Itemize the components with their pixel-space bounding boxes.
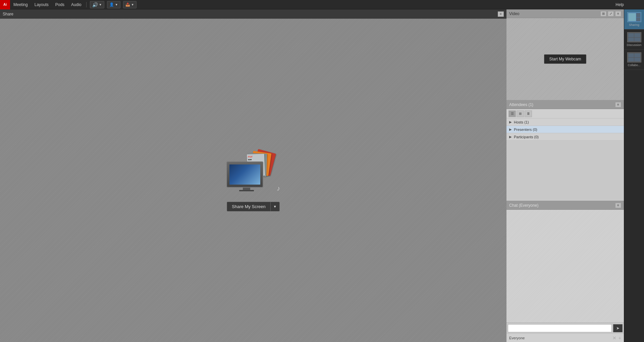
chat-title-group: Chat (Everyone) [509,203,538,208]
share-toolbar-icon: 📤 [125,2,130,7]
chat-footer-icon2[interactable]: + [619,335,621,341]
discussion-layout-thumb [627,32,641,42]
chat-footer-icons: ✕ + [612,335,621,341]
menu-bar: Ai Meeting Layouts Pods Audio 🔊 ▼ 👤 ▼ 📤 … [0,0,644,9]
video-panel-header-icons: ⊞ ⤢ ≡ [600,11,621,16]
right-sidebar: Sharing Discussion [624,9,644,342]
chat-panel: Chat (Everyone) ≡ ➤ Everyone ✕ + [506,201,624,342]
attendees-menu-icon[interactable]: ≡ [615,102,621,107]
thumb-main-area [628,13,636,21]
attendees-panel: Attendees (1) ≡ ☰ ⊞ ≣ ▶ Hosts (1) ▶ [506,100,624,201]
main-container: Share ≡ PDF■■■■■■■■ [0,9,644,342]
attendees-title-group: Attendees (1) [509,102,533,107]
share-toolbar-button[interactable]: 📤 ▼ [123,1,137,8]
attendees-toolbar: ☰ ⊞ ≣ [506,109,624,118]
share-panel-menu-icon[interactable]: ≡ [498,11,504,17]
video-content: Start My Webcam [506,18,624,100]
share-dropdown-arrow: ▼ [131,3,134,6]
share-my-screen-label[interactable]: Share My Screen [227,202,270,211]
attendees-presenters-group[interactable]: ▶ Presenters (0) [506,126,624,133]
toolbar-camera-group: 👤 ▼ [106,0,121,9]
menu-separator [86,2,87,7]
chat-footer: Everyone ✕ + [506,333,624,342]
sidebar-discussion-label: Discussion [627,43,642,47]
collab-layout-thumb [627,52,641,62]
video-panel-title: Video [509,11,519,16]
participants-group-arrow: ▶ [509,135,512,139]
chat-messages-area [506,210,624,323]
sidebar-layout-discussion[interactable]: Discussion [624,30,644,50]
audio-button[interactable]: 🔊 ▼ [90,1,104,8]
thumb-side2 [636,17,640,21]
music-note-icon: ♪ [277,185,280,192]
share-content: PDF■■■■■■■■ ♪ Share My Screen [0,19,506,342]
toolbar-audio-group: 🔊 ▼ [89,0,105,9]
chat-panel-header: Chat (Everyone) ≡ [506,201,624,210]
menu-audio[interactable]: Audio [68,0,85,9]
help-button[interactable]: Help [615,2,624,7]
thumb-side1 [636,13,640,17]
thumb-disc2 [634,33,640,37]
attendees-header-icons: ≡ [615,102,621,107]
camera-button[interactable]: 👤 ▼ [107,1,120,8]
video-grid-icon[interactable]: ⊞ [600,11,606,16]
video-expand-icon[interactable]: ⤢ [608,11,614,16]
thumb-disc4 [634,38,640,42]
video-panel-header: Video ⊞ ⤢ ≡ [506,9,624,18]
share-header: Share ≡ [0,9,506,19]
camera-dropdown-arrow: ▼ [115,3,118,6]
attendees-list: ▶ Hosts (1) ▶ Presenters (0) ▶ Participa… [506,118,624,201]
chat-everyone-label: Everyone [509,336,525,340]
camera-icon: 👤 [109,2,114,7]
menu-meeting[interactable]: Meeting [10,0,31,9]
share-panel: Share ≡ PDF■■■■■■■■ [0,9,506,342]
sidebar-layout-collab[interactable]: Collabo... [624,50,644,70]
sharing-thumb-grid [628,12,641,22]
sharing-layout-thumb [627,12,641,22]
sidebar-layout-sharing[interactable]: Sharing [624,9,644,30]
chat-input-row: ➤ [506,323,624,333]
share-my-screen-button[interactable]: Share My Screen ▼ [227,202,279,211]
chat-menu-icon[interactable]: ≡ [615,203,621,208]
discussion-thumb-grid [628,33,641,42]
speaker-icon: 🔊 [92,2,98,7]
menu-layouts[interactable]: Layouts [31,0,52,9]
presenters-group-arrow: ▶ [509,128,512,131]
attendees-roles-view-btn[interactable]: ≣ [525,110,532,117]
screen-share-icon: PDF■■■■■■■■ ♪ [226,149,280,196]
sidebar-sharing-label: Sharing [629,23,639,27]
thumb-collab3 [628,58,634,62]
toolbar-share-group: 📤 ▼ [122,0,137,9]
share-my-screen-dropdown-arrow[interactable]: ▼ [271,203,279,210]
attendees-grid-view-btn[interactable]: ⊞ [517,110,524,117]
chat-header-icons: ≡ [615,203,621,208]
adobe-logo-text: Ai [3,3,7,6]
thumb-disc3 [628,38,634,42]
attendees-panel-title: Attendees [509,102,527,107]
thumb-collab1 [628,53,634,57]
menu-items: Meeting Layouts Pods Audio 🔊 ▼ 👤 ▼ 📤 ▼ [10,0,137,9]
chat-panel-title: Chat [509,203,518,208]
thumb-collab2 [634,53,640,57]
thumb-disc1 [628,33,634,37]
chat-input-field[interactable] [508,324,612,332]
participants-group-label: Participants (0) [514,135,539,139]
thumb-collab4 [634,58,640,62]
share-header-icons: ≡ [498,11,504,17]
monitor [226,161,267,191]
menu-pods[interactable]: Pods [52,0,68,9]
hosts-group-arrow: ▶ [509,120,512,124]
attendees-count: (1) [528,102,533,107]
adobe-logo: Ai [0,0,10,9]
video-menu-icon[interactable]: ≡ [615,11,621,16]
chat-send-button[interactable]: ➤ [613,324,623,332]
attendees-hosts-group[interactable]: ▶ Hosts (1) [506,118,624,126]
attendees-panel-header: Attendees (1) ≡ [506,100,624,109]
chat-footer-icon1[interactable]: ✕ [612,335,616,341]
share-panel-title: Share [3,12,13,16]
attendees-participants-group[interactable]: ▶ Participants (0) [506,133,624,141]
share-center: PDF■■■■■■■■ ♪ Share My Screen [226,149,280,211]
start-webcam-button[interactable]: Start My Webcam [544,54,586,64]
attendees-list-view-btn[interactable]: ☰ [508,110,516,117]
chat-send-icon: ➤ [616,326,620,331]
